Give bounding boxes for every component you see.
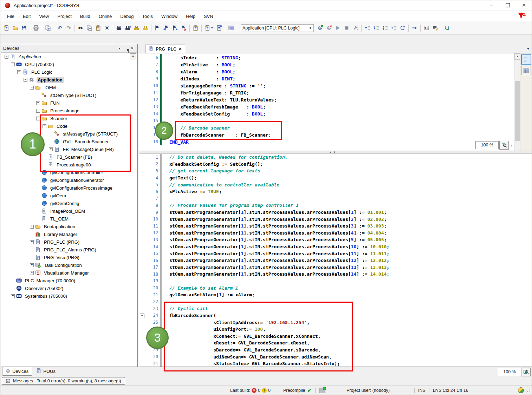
scrollbar-thumb[interactable] (515, 81, 520, 141)
menu-tools[interactable]: Tools (138, 12, 157, 20)
open-project-button[interactable] (11, 24, 20, 33)
copy-button[interactable] (85, 24, 94, 33)
build-button[interactable] (227, 24, 235, 33)
tree-item-gvlconfigurationcontroller[interactable]: gvlConfigurationController (1, 169, 137, 176)
tree-item-code[interactable]: −Code (1, 122, 137, 130)
zoom-level-bottom[interactable]: 100 % (498, 368, 521, 376)
splitter-arrows-icon[interactable]: ▲▼ (329, 151, 336, 154)
zoom-magnifier-button-bottom[interactable] (521, 368, 531, 376)
toggle-bookmark-button[interactable] (153, 24, 162, 33)
new-object-button[interactable]: ▼ (203, 24, 215, 33)
menu-edit[interactable]: Edit (19, 12, 35, 20)
resize-grip[interactable] (527, 388, 531, 393)
next-bookmark-button[interactable] (170, 24, 179, 33)
combo-dropdown-icon[interactable]: ▼ (309, 26, 312, 30)
menu-view[interactable]: View (35, 12, 53, 20)
zoom-dropdown-icon[interactable]: ∨ (510, 144, 513, 147)
find-pou-button[interactable] (132, 24, 141, 33)
tab-list-dropdown-icon[interactable]: ▼ (526, 47, 530, 51)
call-stack-button[interactable] (431, 24, 440, 33)
menu-window[interactable]: Window (157, 12, 182, 20)
tree-item-plc-logic[interactable]: −PLC Logic (1, 68, 137, 76)
breakpoints-button[interactable] (422, 24, 431, 33)
textual-view-button[interactable] (521, 54, 531, 65)
tree-item-scanner[interactable]: −Scanner (1, 114, 137, 122)
tree-item-processimage00[interactable]: ProcessImage00 (1, 161, 137, 169)
close-button[interactable]: ✕ (516, 0, 532, 11)
run-to-cursor-button[interactable] (389, 24, 398, 33)
save-project-button[interactable] (20, 24, 28, 33)
tree-expander-icon[interactable]: + (30, 240, 34, 244)
messages-bar[interactable]: Messages - Total 0 error(s), 0 warning(s… (2, 377, 125, 385)
cut-button[interactable]: ✂ (76, 24, 85, 33)
syntax-check-button[interactable] (443, 24, 452, 33)
tree-item-stmessagetype-struct[interactable]: stMessageType (STRUCT) (1, 130, 137, 138)
step-into-button[interactable] (372, 24, 381, 33)
tree-item-plc-manager-70-0000[interactable]: PLCPLC_Manager (70.0000) (1, 277, 137, 284)
paste-button[interactable] (94, 24, 103, 33)
menu-svn[interactable]: SVN (200, 12, 218, 20)
tree-expander-icon[interactable]: + (30, 225, 34, 229)
tree-expander-icon[interactable]: − (5, 55, 8, 59)
tree-expander-icon[interactable]: − (43, 124, 46, 128)
tree-expander-icon[interactable]: + (30, 271, 34, 275)
tree-item-processimage[interactable]: +ProcessImage (1, 107, 137, 114)
logout-button[interactable] (325, 24, 333, 33)
tree-item-visualization-manager[interactable]: +Visualization Manager (1, 269, 137, 277)
menu-project[interactable]: Project (53, 12, 76, 20)
find-button[interactable] (115, 24, 123, 33)
reset-button[interactable] (398, 24, 407, 33)
tree-item-gvloemconfig[interactable]: gvlOemConfig (1, 199, 137, 207)
tree-item-gvloem[interactable]: gvlOem (1, 192, 137, 199)
previous-bookmark-button[interactable] (162, 24, 170, 33)
login-button[interactable] (316, 24, 325, 33)
tree-item-prg-plc-prg[interactable]: +PRG_PLC (PRG) (1, 238, 137, 246)
declaration-scrollbar[interactable]: ▲ (514, 53, 520, 151)
tree-item-fun[interactable]: +FUN (1, 99, 137, 107)
tree-expander-icon[interactable]: − (30, 86, 34, 90)
tree-item-stoemtype-struct[interactable]: stOemType (STRUCT) (1, 91, 137, 99)
menu-help[interactable]: Help (182, 12, 200, 20)
panel-tab-pous[interactable]: POUs (33, 367, 59, 376)
pane-splitter[interactable]: ▲▼ (139, 151, 532, 154)
tree-item-observer-705002[interactable]: Observer (705002) (1, 284, 137, 292)
copy-paste-pages-button[interactable] (44, 24, 52, 33)
panel-tab-devices[interactable]: Devices (2, 367, 32, 376)
tabular-view-button[interactable] (521, 66, 531, 75)
tree-item-fb-scanner-fb[interactable]: FB_Scanner (FB) (1, 153, 137, 161)
dropdown-arrow-icon[interactable]: ▼ (211, 26, 214, 29)
maximize-button[interactable] (500, 0, 516, 11)
replace-pou-button[interactable] (141, 24, 150, 33)
notification-area[interactable]: 4 (518, 12, 526, 18)
tree-expander-icon[interactable]: − (36, 117, 40, 120)
insert-mode[interactable]: INS (418, 388, 426, 393)
tree-expander-icon[interactable]: − (17, 70, 21, 74)
implementation-pane[interactable]: 1// Do not delete. Needed for configurat… (139, 154, 532, 367)
tree-item-gvlconfigurationgenerator[interactable]: gvlConfigurationGenerator (1, 176, 137, 184)
replace-button[interactable]: B (123, 24, 132, 33)
tree-item-systembus-705000[interactable]: +Systembus (705000) (1, 292, 137, 300)
tree-item-bootapplication[interactable]: +Bootapplication (1, 223, 137, 230)
tree-item-library-manager[interactable]: Library Manager (1, 230, 137, 238)
tree-item-imagepool-oem[interactable]: ImagePool_OEM (1, 207, 137, 215)
tree-expander-icon[interactable]: + (36, 109, 40, 113)
panel-close-icon[interactable]: ✕ (129, 46, 135, 50)
active-application-combo[interactable]: Application [CPU: PLC Logic]▼ (241, 24, 314, 32)
scroll-up-icon[interactable]: ▲ (514, 53, 520, 60)
print-button[interactable] (32, 24, 40, 33)
undo-button[interactable]: ↶ (56, 24, 64, 33)
tree-item-application[interactable]: −Application▼ (1, 53, 137, 60)
tree-expander-icon[interactable]: + (36, 101, 40, 105)
tree-item-gvlconfigurationprocessimage[interactable]: gvlConfigurationProcessImage (1, 184, 137, 192)
tree-expander-icon[interactable]: − (11, 62, 15, 66)
tree-item-prg-visu-prg[interactable]: PRG_Visu (PRG) (1, 254, 137, 261)
tree-expander-icon[interactable]: − (24, 78, 27, 82)
tree-expander-icon[interactable]: + (30, 263, 34, 267)
tree-item-task-configuration[interactable]: +Task Configuration (1, 261, 137, 269)
tree-expander-icon[interactable]: + (11, 294, 15, 298)
edit-object-button[interactable] (215, 24, 223, 33)
input-assistant-button[interactable] (191, 24, 200, 33)
redo-button[interactable]: ↷ (64, 24, 73, 33)
menu-file[interactable]: File (3, 12, 19, 20)
tree-expander-icon[interactable]: + (49, 147, 53, 151)
